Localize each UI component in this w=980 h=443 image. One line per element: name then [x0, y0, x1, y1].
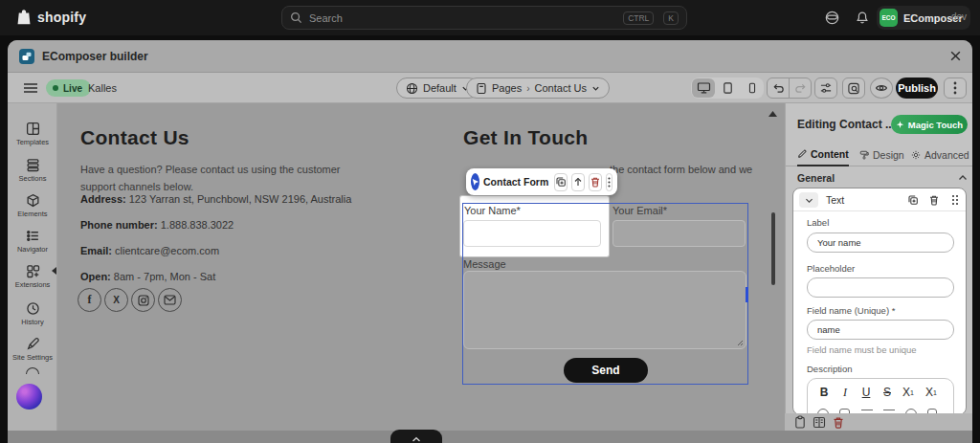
x-social-icon[interactable]: X: [104, 288, 128, 312]
delete-element-icon[interactable]: [589, 173, 602, 191]
chevron-down-icon: [591, 84, 600, 93]
instagram-icon[interactable]: [131, 288, 155, 312]
sidebar-item-templates[interactable]: Templates: [8, 121, 57, 146]
placeholder-field-label: Placeholder: [807, 263, 855, 274]
drag-handle-icon[interactable]: [948, 193, 962, 207]
panel-title: Editing Contact ...: [797, 118, 895, 131]
store-preview-icon[interactable]: [824, 10, 840, 26]
sidebar-item-history[interactable]: History: [8, 300, 57, 326]
environment-label: dev: [951, 11, 967, 22]
bottom-panel-toggle[interactable]: [390, 430, 442, 443]
global-settings-sliders-icon[interactable]: [814, 78, 837, 99]
history-clock-icon: [24, 300, 41, 316]
underline-button[interactable]: U: [858, 384, 875, 401]
delete-all-icon[interactable]: [833, 416, 844, 429]
resize-handle-icon[interactable]: [737, 340, 744, 346]
scroll-up-arrow-icon[interactable]: [768, 111, 777, 117]
page-breadcrumb-selector[interactable]: Pages › Contact Us: [466, 78, 610, 99]
close-icon[interactable]: [949, 50, 962, 62]
undo-icon[interactable]: [767, 78, 790, 99]
placeholder-field-input[interactable]: [807, 277, 954, 298]
contact-us-heading: Contact Us: [80, 126, 189, 149]
sidebar-item-sections[interactable]: Sections: [8, 157, 57, 183]
page-canvas: Contact Us Have a question? Please conta…: [57, 103, 785, 443]
magic-touch-button[interactable]: Magic Touch: [891, 115, 968, 134]
element-more-options-icon[interactable]: [606, 173, 612, 191]
desktop-device-icon[interactable]: [692, 78, 715, 98]
superscript-button[interactable]: X1: [923, 384, 940, 401]
field-name-input[interactable]: [807, 320, 954, 340]
search-input[interactable]: Search CTRL K: [281, 6, 687, 30]
notifications-bell-icon[interactable]: [855, 10, 870, 26]
bold-button[interactable]: B: [815, 384, 833, 401]
sidebar-item-site-settings[interactable]: Site Settings: [8, 336, 57, 362]
email-field-label: Your Email*: [612, 205, 667, 216]
general-section-header[interactable]: General: [786, 170, 972, 188]
mail-icon[interactable]: [158, 288, 182, 312]
selection-handle[interactable]: [746, 287, 748, 302]
gear-icon: [911, 150, 921, 160]
sidebar-more-icon[interactable]: [26, 367, 39, 374]
message-field-textarea[interactable]: [463, 271, 746, 349]
duplicate-icon[interactable]: [906, 193, 920, 207]
address-line: Address: 123 Yarran st, Punchbowl, NSW 2…: [80, 193, 351, 205]
label-field-label: Label: [807, 217, 829, 228]
publish-button[interactable]: Publish: [896, 78, 938, 99]
sidebar-collapse-icon[interactable]: [51, 266, 57, 276]
subscript-button[interactable]: X1: [900, 384, 917, 401]
menu-hamburger-icon[interactable]: [23, 81, 38, 95]
facebook-icon[interactable]: f: [78, 288, 101, 312]
ecomposer-app-icon: [19, 49, 34, 64]
text-element-card-header: Text: [793, 188, 966, 211]
tab-content[interactable]: Content: [797, 144, 849, 166]
element-name: Contact Form: [483, 176, 548, 188]
description-label: Description: [807, 364, 853, 374]
collapse-chevron-icon[interactable]: [799, 192, 818, 208]
shopify-logo: shopify: [15, 8, 86, 27]
shopify-wordmark: shopify: [37, 10, 86, 25]
search-icon: [290, 11, 302, 24]
name-field-input[interactable]: [463, 220, 601, 247]
live-dot-icon: [53, 85, 58, 91]
shortcut-key-k: K: [663, 11, 679, 25]
email-line: Email: clientcare@ecom.com: [80, 245, 219, 256]
element-toolbar: Contact Form: [466, 168, 617, 195]
paste-icon[interactable]: [794, 415, 806, 429]
shopify-top-bar: shopify Search CTRL K ECO EComposer dev: [0, 0, 980, 35]
assistant-avatar[interactable]: [16, 384, 42, 410]
settings-panel: Editing Contact ... Magic Touch Content: [785, 103, 972, 443]
preview-eye-icon[interactable]: [870, 78, 893, 99]
tablet-device-icon[interactable]: [716, 78, 739, 98]
strikethrough-button[interactable]: S: [879, 384, 896, 401]
builder-sidebar: Templates Sections Elements Navigator: [8, 103, 57, 443]
italic-button[interactable]: I: [836, 384, 854, 401]
sidebar-item-elements[interactable]: Elements: [8, 192, 57, 218]
chevron-up-icon: [958, 174, 968, 182]
canvas-scrollbar[interactable]: [771, 212, 775, 285]
page-icon: [476, 82, 487, 95]
move-up-icon[interactable]: [571, 173, 585, 191]
email-field-input[interactable]: [612, 220, 746, 247]
globe-icon: [406, 82, 418, 95]
message-field-label: Message: [463, 258, 506, 270]
redo-icon[interactable]: [789, 78, 812, 99]
more-options-icon[interactable]: [944, 78, 967, 99]
mobile-device-icon[interactable]: [741, 78, 764, 98]
builder-body: Templates Sections Elements Navigator: [8, 103, 972, 443]
field-item-title: Text: [826, 194, 844, 206]
sections-icon: [24, 157, 41, 172]
delete-field-icon[interactable]: [927, 193, 941, 207]
field-name-helper: Field name must be unique: [807, 344, 917, 355]
send-button[interactable]: Send: [564, 358, 648, 383]
inspect-page-icon[interactable]: [842, 78, 865, 99]
tab-advanced[interactable]: Advanced: [911, 144, 969, 166]
library-icon[interactable]: [813, 416, 826, 429]
paint-roller-icon: [859, 150, 869, 160]
phone-line: Phone number: 1.888.838.3022: [80, 219, 234, 231]
form-intro-fragment: the contact form below and we: [610, 161, 752, 178]
duplicate-icon[interactable]: [554, 173, 568, 191]
tab-design[interactable]: Design: [859, 144, 904, 166]
templates-icon: [24, 121, 41, 136]
label-field-input[interactable]: [807, 233, 954, 253]
sidebar-item-navigator[interactable]: Navigator: [8, 228, 57, 254]
